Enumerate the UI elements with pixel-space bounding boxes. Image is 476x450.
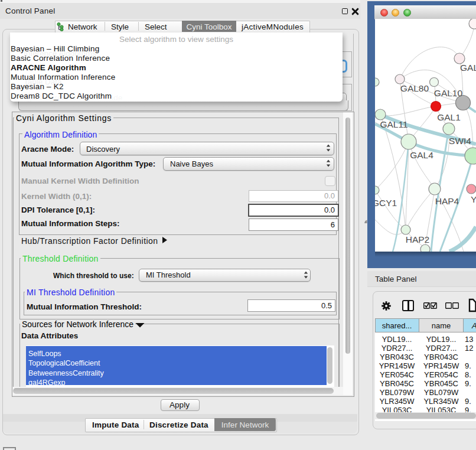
svg-text:GAL80: GAL80 bbox=[400, 83, 429, 93]
svg-text:GAL1: GAL1 bbox=[437, 112, 461, 122]
svg-text:Y: Y bbox=[471, 194, 476, 204]
svg-text:GAL10: GAL10 bbox=[434, 88, 463, 98]
svg-text:HAP4: HAP4 bbox=[435, 196, 459, 206]
svg-text:GAL11: GAL11 bbox=[380, 119, 407, 129]
svg-text:GAL2: GAL2 bbox=[460, 63, 476, 73]
svg-text:HAP2: HAP2 bbox=[406, 234, 430, 244]
svg-text:GCY1: GCY1 bbox=[375, 198, 397, 208]
svg-text:SWI4: SWI4 bbox=[449, 136, 471, 146]
svg-text:GAL4: GAL4 bbox=[410, 150, 433, 160]
